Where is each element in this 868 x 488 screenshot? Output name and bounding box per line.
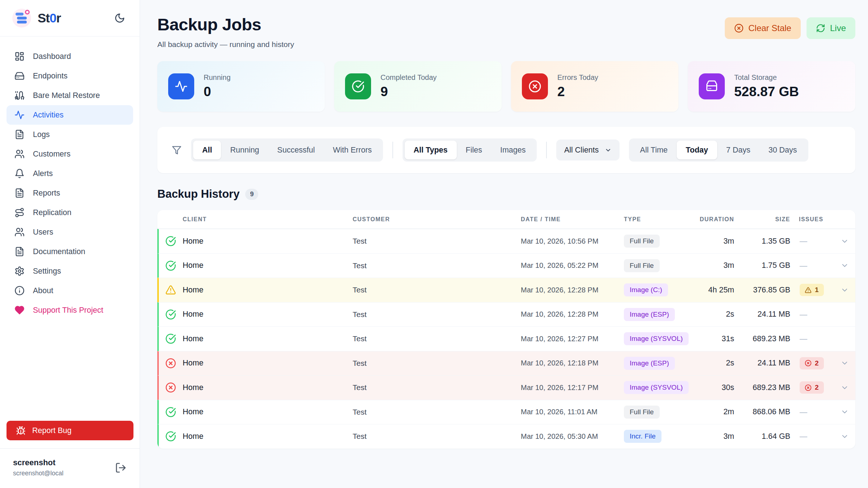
- chevron-down-icon[interactable]: [834, 237, 855, 245]
- stat-label: Total Storage: [734, 73, 799, 82]
- filter-status-with-errors[interactable]: With Errors: [324, 141, 381, 159]
- status-success-icon: [159, 333, 183, 344]
- sidebar-item-alerts[interactable]: Alerts: [7, 164, 133, 183]
- table-row[interactable]: Home Test Mar 10, 2026, 05:30 AM Incr. F…: [157, 424, 855, 449]
- filter-status-all[interactable]: All: [193, 141, 221, 159]
- report-bug-button[interactable]: Report Bug: [7, 421, 133, 440]
- size-cell: 689.23 MB: [734, 383, 790, 392]
- datetime-cell: Mar 10, 2026, 05:22 PM: [521, 261, 624, 270]
- type-badge: Image (SYSVOL): [624, 381, 689, 394]
- logout-icon: [115, 462, 127, 474]
- type-filter-group: All Types Files Images: [403, 138, 537, 162]
- sidebar-item-users[interactable]: Users: [7, 222, 133, 242]
- filter-time-today[interactable]: Today: [677, 141, 717, 159]
- sidebar-item-activities[interactable]: Activities: [7, 105, 133, 125]
- stat-cards: Running 0 Completed Today 9 Errors Today…: [157, 61, 855, 112]
- file-text-icon: [14, 247, 25, 257]
- table-row[interactable]: Home Test Mar 10, 2026, 12:28 PM Image (…: [157, 278, 855, 302]
- table-row[interactable]: Home Test Mar 10, 2026, 05:22 PM Full Fi…: [157, 253, 855, 278]
- size-cell: 24.11 MB: [734, 310, 790, 319]
- datetime-cell: Mar 10, 2026, 05:30 AM: [521, 432, 624, 441]
- divider: [392, 142, 393, 158]
- sidebar-item-settings[interactable]: Settings: [7, 261, 133, 281]
- duration-cell: 4h 25m: [693, 286, 734, 295]
- x-circle-icon: [734, 23, 744, 33]
- stat-card-running: Running 0: [157, 61, 325, 112]
- client-cell: Home: [183, 334, 353, 343]
- chevron-down-icon[interactable]: [834, 408, 855, 416]
- hard-drive-icon: [699, 73, 725, 99]
- info-icon: [14, 286, 25, 296]
- size-cell: 24.11 MB: [734, 359, 790, 368]
- sidebar-item-about[interactable]: About: [7, 281, 133, 300]
- issues-cell: —: [790, 237, 834, 245]
- filter-status-running[interactable]: Running: [221, 141, 268, 159]
- chevron-down-icon[interactable]: [834, 359, 855, 367]
- sidebar-item-customers[interactable]: Customers: [7, 144, 133, 164]
- table-row[interactable]: Home Test Mar 10, 2026, 11:01 AM Full Fi…: [157, 400, 855, 424]
- filter-type-files[interactable]: Files: [457, 141, 491, 159]
- datetime-cell: Mar 10, 2026, 10:56 PM: [521, 237, 624, 245]
- sidebar-item-reports[interactable]: Reports: [7, 183, 133, 203]
- size-cell: 376.85 GB: [734, 286, 790, 295]
- sidebar-item-support-this-project[interactable]: Support This Project: [7, 300, 133, 320]
- filter-time-7-days[interactable]: 7 Days: [717, 141, 760, 159]
- table-row[interactable]: Home Test Mar 10, 2026, 12:27 PM Image (…: [157, 326, 855, 351]
- stat-card-total-storage: Total Storage 528.87 GB: [688, 61, 855, 112]
- client-cell: Home: [183, 237, 353, 246]
- history-title: Backup History: [157, 188, 239, 201]
- client-cell: Home: [183, 383, 353, 392]
- table-row[interactable]: Home Test Mar 10, 2026, 12:28 PM Image (…: [157, 302, 855, 327]
- status-error-icon: [159, 358, 183, 369]
- type-badge: Image (C:): [624, 283, 668, 296]
- filter-type-all-types[interactable]: All Types: [405, 141, 457, 159]
- chevron-down-icon[interactable]: [834, 261, 855, 270]
- live-refresh-button[interactable]: Live: [807, 17, 855, 39]
- theme-toggle-button[interactable]: [112, 10, 127, 26]
- table-row[interactable]: Home Test Mar 10, 2026, 10:56 PM Full Fi…: [157, 229, 855, 253]
- x-circle-icon: [805, 360, 812, 367]
- clear-stale-button[interactable]: Clear Stale: [725, 17, 801, 39]
- chevron-down-icon[interactable]: [834, 384, 855, 392]
- client-select[interactable]: All Clients: [556, 140, 620, 160]
- datetime-cell: Mar 10, 2026, 12:17 PM: [521, 384, 624, 392]
- sidebar-item-replication[interactable]: Replication: [7, 203, 133, 222]
- bug-icon: [16, 426, 26, 436]
- sidebar-item-logs[interactable]: Logs: [7, 125, 133, 144]
- filter-time-30-days[interactable]: 30 Days: [760, 141, 806, 159]
- sidebar-item-bare-metal-restore[interactable]: Bare Metal Restore: [7, 86, 133, 105]
- user-panel: screenshot screenshot@local: [0, 448, 140, 488]
- sidebar-item-dashboard[interactable]: Dashboard: [7, 47, 133, 66]
- issues-cell: —: [790, 261, 834, 270]
- customer-cell: Test: [353, 261, 521, 270]
- logout-button[interactable]: [115, 462, 127, 474]
- datetime-cell: Mar 10, 2026, 12:27 PM: [521, 335, 624, 343]
- table-row[interactable]: Home Test Mar 10, 2026, 12:17 PM Image (…: [157, 375, 855, 400]
- filter-type-images[interactable]: Images: [491, 141, 535, 159]
- table-row[interactable]: Home Test Mar 10, 2026, 12:18 PM Image (…: [157, 351, 855, 376]
- brand-title: St0r: [38, 11, 61, 25]
- client-cell: Home: [183, 407, 353, 416]
- sidebar: St0r Dashboard Endpoints Bare Metal Rest…: [0, 0, 140, 488]
- app-logo-icon: [12, 9, 31, 27]
- datetime-cell: Mar 10, 2026, 12:28 PM: [521, 286, 624, 294]
- refresh-icon: [816, 23, 825, 33]
- user-name: screenshot: [13, 458, 63, 467]
- client-cell: Home: [183, 310, 353, 319]
- hard-drive-icon: [14, 71, 25, 81]
- sidebar-item-endpoints[interactable]: Endpoints: [7, 66, 133, 86]
- filter-status-successful[interactable]: Successful: [268, 141, 324, 159]
- duration-cell: 31s: [693, 334, 734, 343]
- customer-cell: Test: [353, 383, 521, 392]
- check-circle-icon: [345, 73, 371, 99]
- sidebar-nav: Dashboard Endpoints Bare Metal Restore A…: [0, 37, 140, 320]
- issues-cell: —: [790, 432, 834, 441]
- sidebar-item-documentation[interactable]: Documentation: [7, 242, 133, 261]
- chevron-down-icon: [605, 147, 612, 154]
- chevron-down-icon[interactable]: [834, 432, 855, 441]
- stat-value: 2: [557, 84, 598, 99]
- duration-cell: 2m: [693, 407, 734, 416]
- filter-time-all-time[interactable]: All Time: [631, 141, 677, 159]
- chevron-down-icon[interactable]: [834, 286, 855, 294]
- route-icon: [14, 207, 25, 218]
